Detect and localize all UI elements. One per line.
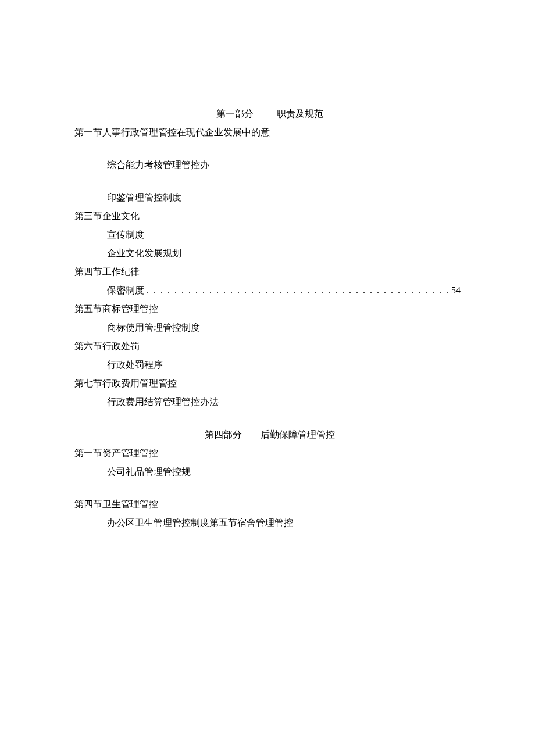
item-publicity: 宣传制度 xyxy=(74,228,461,242)
section-1-4-heading: 第四节工作纪律 xyxy=(74,265,461,279)
toc-confidential: 保密制度 54 xyxy=(74,284,461,298)
part-4-title: 后勤保障管理管控 xyxy=(261,429,335,439)
spacer xyxy=(74,177,461,191)
section-1-6-heading: 第六节行政处罚 xyxy=(74,339,461,353)
spacer xyxy=(74,483,461,497)
part-4-label: 第四部分 xyxy=(205,429,242,439)
item-gift: 公司礼品管理管控规 xyxy=(74,465,461,479)
item-trademark: 商标使用管理管控制度 xyxy=(74,321,461,335)
part-1-header: 第一部分 职责及规范 xyxy=(74,93,461,121)
item-expense: 行政费用结算管理管控办法 xyxy=(74,395,461,409)
section-4-1-heading: 第一节资产管理管控 xyxy=(74,446,461,460)
part-4-header: 第四部分 后勤保障管理管控 xyxy=(74,414,461,442)
item-hygiene: 办公区卫生管理管控制度第五节宿舍管理管控 xyxy=(74,516,461,530)
toc-dots xyxy=(144,284,451,298)
section-1-5-heading: 第五节商标管理管控 xyxy=(74,302,461,316)
item-penalty: 行政处罚程序 xyxy=(74,358,461,372)
toc-confidential-label: 保密制度 xyxy=(107,284,144,298)
item-seal: 印鉴管理管控制度 xyxy=(74,191,461,205)
part-1-label: 第一部分 xyxy=(216,109,254,119)
item-assessment: 综合能力考核管理管控办 xyxy=(74,158,461,172)
toc-confidential-page: 54 xyxy=(451,284,461,298)
section-4-4-heading: 第四节卫生管理管控 xyxy=(74,497,461,511)
section-1-1-heading: 第一节人事行政管理管控在现代企业发展中的意 xyxy=(74,126,461,139)
item-culture-plan: 企业文化发展规划 xyxy=(74,246,461,260)
section-1-3-heading: 第三节企业文化 xyxy=(74,209,461,223)
spacer xyxy=(74,144,461,158)
part-1-title: 职责及规范 xyxy=(277,109,323,119)
section-1-7-heading: 第七节行政费用管理管控 xyxy=(74,377,461,390)
